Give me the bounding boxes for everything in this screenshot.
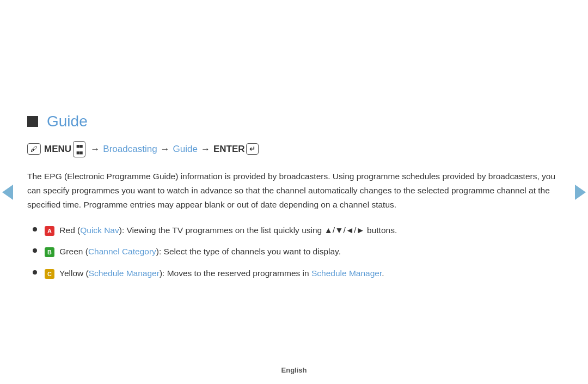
- menu-path: 🖋 MENU ​ ■■■■ → Broadcasting → Guide → E…: [27, 141, 561, 157]
- left-arrow-icon: [2, 185, 13, 200]
- list-item: C Yellow (Schedule Manager): Moves to th…: [33, 266, 561, 281]
- bullet-list: A Red (Quick Nav): Viewing the TV progra…: [33, 223, 561, 281]
- schedule-manager-link-2[interactable]: Schedule Manager: [311, 269, 382, 278]
- footer-language: English: [281, 366, 307, 374]
- enter-box: ↵: [246, 143, 259, 155]
- arrow-3: →: [201, 144, 210, 155]
- nav-arrow-left[interactable]: [0, 179, 15, 206]
- key-type-green: Green (: [59, 247, 88, 256]
- page-title: Guide: [47, 113, 88, 130]
- title-square-icon: [27, 116, 38, 127]
- key-type-red: Red (: [59, 225, 80, 235]
- key-type-yellow: Yellow (: [59, 269, 89, 278]
- key-badge-yellow: C: [45, 269, 54, 279]
- description-text: The EPG (Electronic Programme Guide) inf…: [27, 169, 561, 212]
- bullet-text-3b: .: [382, 269, 384, 278]
- bullet-dot: [33, 227, 37, 231]
- bullet-text-2: ): Select the type of channels you want …: [156, 247, 341, 256]
- menu-grid-icon: ​ ■■■■: [73, 141, 85, 157]
- right-arrow-icon: [575, 185, 586, 200]
- list-item: A Red (Quick Nav): Viewing the TV progra…: [33, 223, 561, 237]
- bullet-content-3: C Yellow (Schedule Manager): Moves to th…: [45, 266, 561, 281]
- main-content: Guide 🖋 MENU ​ ■■■■ → Broadcasting → Gui…: [27, 96, 561, 288]
- bullet-content-2: B Green (Channel Category): Select the t…: [45, 245, 561, 259]
- menu-hand-icon: 🖋: [30, 145, 38, 153]
- bullet-content-1: A Red (Quick Nav): Viewing the TV progra…: [45, 223, 561, 237]
- schedule-manager-link-1[interactable]: Schedule Manager: [89, 269, 160, 278]
- channel-category-link[interactable]: Channel Category: [88, 247, 156, 256]
- broadcasting-link[interactable]: Broadcasting: [103, 144, 157, 155]
- bullet-dot: [33, 248, 37, 253]
- nav-arrow-right[interactable]: [573, 179, 588, 206]
- title-row: Guide: [27, 113, 561, 130]
- bullet-text-1: ): Viewing the TV programmes on the list…: [119, 225, 397, 235]
- enter-label: ENTER ↵: [213, 143, 259, 155]
- arrow-2: →: [161, 144, 170, 155]
- guide-link[interactable]: Guide: [173, 144, 198, 155]
- key-badge-green: B: [45, 247, 54, 257]
- menu-label: MENU: [44, 144, 71, 155]
- key-badge-red: A: [45, 226, 54, 236]
- bullet-text-3: ): Moves to the reserved programmes in: [160, 269, 311, 278]
- arrow-1: →: [90, 144, 100, 155]
- list-item: B Green (Channel Category): Select the t…: [33, 245, 561, 259]
- page-container: Guide 🖋 MENU ​ ■■■■ → Broadcasting → Gui…: [0, 0, 588, 384]
- quick-nav-link[interactable]: Quick Nav: [80, 225, 119, 235]
- bullet-dot: [33, 270, 37, 275]
- menu-icon-box: 🖋: [27, 143, 41, 155]
